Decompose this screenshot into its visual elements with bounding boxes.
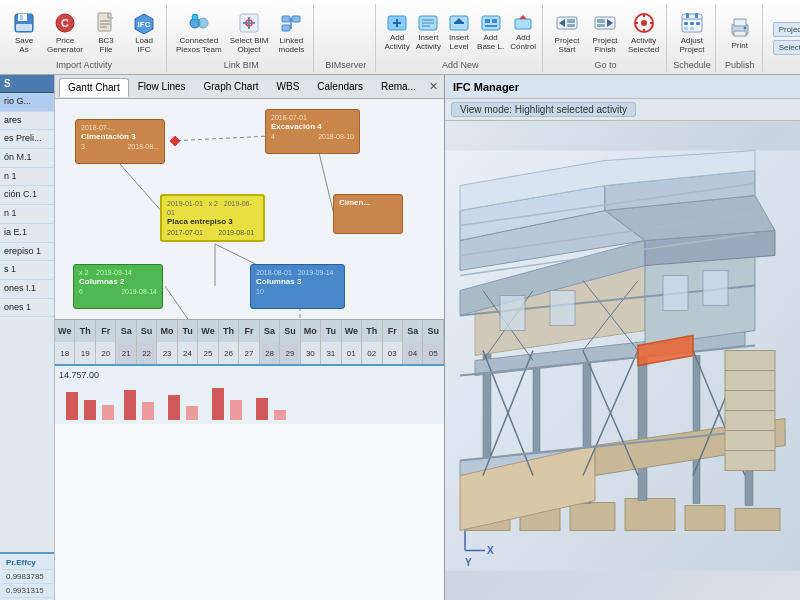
sidebar-item-10[interactable]: ones I.1	[0, 280, 54, 299]
tab-gantt-chart[interactable]: Gantt Chart	[59, 78, 129, 97]
add-activity-button[interactable]: AddActivity	[382, 11, 411, 53]
node-cimen2[interactable]: Cimen...	[333, 194, 403, 234]
load-ifc-button[interactable]: IFC LoadIFC	[126, 7, 162, 57]
select-bim-button[interactable]: Select BIMObject	[227, 7, 272, 57]
main-content: S rio G... ares es Preli... ón M.1 n 1 c…	[0, 75, 800, 600]
sidebar-item-4[interactable]: n 1	[0, 168, 54, 187]
insert-activity-button[interactable]: InsertActivity	[414, 11, 443, 53]
sidebar-item-6[interactable]: n 1	[0, 205, 54, 224]
tab-calendars[interactable]: Calendars	[308, 77, 372, 96]
tab-flow-lines[interactable]: Flow Lines	[129, 77, 195, 96]
connected-plexos-button[interactable]: ConnectedPlexos Team	[173, 7, 225, 57]
svg-rect-60	[690, 22, 694, 25]
select-bim-icon	[235, 9, 263, 37]
publish-label: Publish	[725, 60, 755, 72]
insert-level-button[interactable]: InsertLevel	[445, 11, 473, 53]
activity-selected-button[interactable]: ActivitySelected	[625, 7, 662, 57]
view-mode-button[interactable]: View mode: Highlight selected activity	[451, 102, 636, 117]
add-base-label: AddBase L.	[477, 34, 504, 52]
node-cimentacion[interactable]: 2018-07-... Cimentación 3 3 2018-08...	[75, 119, 165, 164]
node-placa-dates: 2019-01-01 x 2 2019-06-01	[167, 199, 258, 217]
import-activity-group: SaveAs C PriceGenerator	[2, 4, 167, 72]
project-start-button[interactable]: ProjectStart	[549, 7, 585, 57]
svg-rect-38	[485, 25, 497, 27]
tl-tu2: Tu	[321, 320, 341, 342]
bc3-file-button[interactable]: BC3File	[88, 7, 124, 57]
tl-th3: Th	[362, 320, 382, 342]
node-placa-title: Placa entrepiso 3	[167, 217, 258, 227]
gantt-close-button[interactable]: ✕	[425, 80, 442, 93]
print-button[interactable]: Print	[722, 12, 758, 53]
sidebar-item-0[interactable]: rio G...	[0, 93, 54, 112]
node-cimentacion-date2: 2018-08...	[127, 142, 159, 151]
svg-rect-39	[515, 19, 531, 29]
sidebar-item-5[interactable]: ción C.1	[0, 186, 54, 205]
sidebar-item-1[interactable]: ares	[0, 112, 54, 131]
tl-su2: Su	[280, 320, 300, 342]
node-excavacion[interactable]: 2018-07-01 Excavación 4 4 2018-08-10	[265, 109, 360, 154]
link-bim-buttons: ConnectedPlexos Team Select BIMObject	[173, 4, 309, 60]
metric-effcy: Pr.Effcy	[2, 556, 52, 570]
add-control-button[interactable]: AddControl	[508, 11, 538, 53]
node-col2-title: Columnas 2	[79, 277, 157, 287]
toolbar: SaveAs C PriceGenerator	[0, 0, 800, 75]
add-control-icon	[512, 12, 534, 34]
project-finish-button[interactable]: ProjectFinish	[587, 7, 623, 57]
connected-plexos-label: ConnectedPlexos Team	[176, 37, 222, 55]
tl-date-22: 22	[137, 342, 157, 364]
timeline-dates-row: 18 19 20 21 22 23 24 25 26 27 28 29 30 3…	[55, 342, 444, 364]
tl-date-30: 30	[301, 342, 321, 364]
add-base-button[interactable]: AddBase L.	[475, 11, 506, 53]
svg-rect-19	[282, 16, 290, 22]
tab-graph-chart[interactable]: Graph Chart	[195, 77, 268, 96]
project-start-icon	[553, 9, 581, 37]
sidebar-item-9[interactable]: s 1	[0, 261, 54, 280]
node-placa[interactable]: 2019-01-01 x 2 2019-06-01 Placa entrepis…	[160, 194, 265, 242]
sidebar-item-3[interactable]: ón M.1	[0, 149, 54, 168]
price-gen-icon: C	[51, 9, 79, 37]
sidebar-header: S	[0, 75, 54, 93]
sidebar-item-11[interactable]: ones 1	[0, 299, 54, 318]
sidebar-item-7[interactable]: ia E.1	[0, 224, 54, 243]
add-new-label: Add New	[442, 60, 479, 72]
linked-models-button[interactable]: Linkedmodels	[273, 7, 309, 57]
selected-badge: Selected	[773, 40, 800, 55]
bar-3	[102, 405, 114, 420]
adjust-project-button[interactable]: AdjustProject	[674, 7, 710, 57]
schedule-group: AdjustProject Schedule	[669, 4, 716, 72]
tl-sa2: Sa	[260, 320, 280, 342]
project-finish-icon	[591, 9, 619, 37]
node-col3-dates: 2018-08-01 2019-09-14	[256, 268, 339, 277]
metric-val1: 0.9983785	[2, 570, 52, 584]
connected-plexos-icon	[185, 9, 213, 37]
tl-date-24: 24	[178, 342, 198, 364]
tl-fr1: Fr	[96, 320, 116, 342]
building-3d-view: Y X	[445, 121, 800, 600]
bar-1	[66, 392, 78, 420]
save-as-button[interactable]: SaveAs	[6, 7, 42, 57]
svg-rect-63	[690, 27, 694, 30]
price-generator-button[interactable]: C PriceGenerator	[44, 7, 86, 57]
y-axis-label: Y	[465, 557, 472, 568]
tl-date-28: 28	[260, 342, 280, 364]
svg-rect-44	[567, 24, 575, 27]
svg-rect-122	[703, 271, 728, 306]
link-bim-group: ConnectedPlexos Team Select BIMObject	[169, 4, 314, 72]
node-columnas2[interactable]: x 2 2019-09-14 Columnas 2 6 2019-08-14	[73, 264, 163, 309]
tl-date-27: 27	[239, 342, 259, 364]
publish-group: Print Publish	[718, 4, 763, 72]
svg-point-13	[198, 18, 208, 28]
svg-rect-87	[638, 346, 647, 501]
go-to-label: Go to	[595, 60, 617, 72]
svg-rect-88	[693, 356, 700, 504]
tl-we1: We	[55, 320, 75, 342]
svg-rect-83	[735, 509, 780, 531]
sidebar-item-8[interactable]: erepiso 1	[0, 243, 54, 262]
tab-rema[interactable]: Rema...	[372, 77, 425, 96]
select-bim-label: Select BIMObject	[230, 37, 269, 55]
save-as-label: SaveAs	[15, 37, 33, 55]
insert-activity-label: InsertActivity	[416, 34, 441, 52]
sidebar-item-2[interactable]: es Preli...	[0, 130, 54, 149]
tab-wbs[interactable]: WBS	[268, 77, 309, 96]
node-columnas3[interactable]: 2018-08-01 2019-09-14 Columnas 3 10	[250, 264, 345, 309]
